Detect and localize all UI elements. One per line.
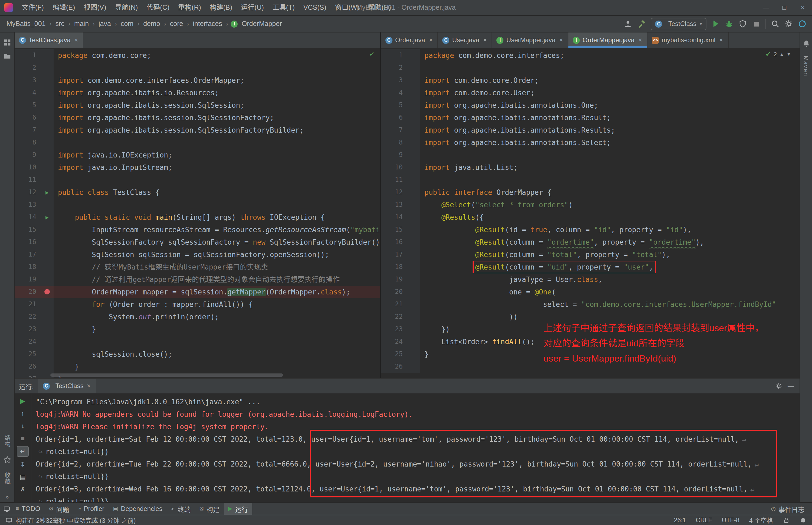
inspections-widget[interactable]: ✔ 2 ▲ ▼ bbox=[763, 50, 793, 58]
breakpoint-icon[interactable] bbox=[44, 289, 50, 295]
toolwindow-button-profiler[interactable]: Profiler bbox=[73, 503, 108, 515]
menu-item[interactable]: VCS(S) bbox=[299, 0, 331, 15]
close-tab-icon[interactable]: × bbox=[719, 36, 723, 44]
toolwindow-button-event-log[interactable]: 事件日志 bbox=[767, 503, 809, 515]
console-output[interactable]: "C:\Program Files\Java\jdk1.8.0_162\bin\… bbox=[31, 393, 799, 502]
run-button[interactable] bbox=[711, 19, 720, 28]
structure-toolwindow-button[interactable]: 结构 bbox=[3, 435, 11, 448]
breadcrumb-item[interactable]: core bbox=[169, 20, 184, 28]
stop-button[interactable] bbox=[752, 19, 761, 28]
breadcrumb-item[interactable]: demo bbox=[142, 20, 161, 28]
breadcrumb-item[interactable]: java bbox=[97, 20, 112, 28]
lock-icon[interactable] bbox=[783, 516, 790, 524]
line-number: 24 bbox=[381, 335, 407, 348]
help-circle-icon[interactable] bbox=[798, 19, 807, 28]
class-file-icon: C bbox=[386, 36, 392, 44]
folder-icon[interactable] bbox=[3, 52, 11, 60]
tab-ordermapper-java[interactable]: IOrderMapper.java× bbox=[568, 32, 647, 48]
menu-item[interactable]: 构建(B) bbox=[206, 0, 237, 15]
settings-gear-icon[interactable] bbox=[784, 19, 793, 28]
menu-item[interactable]: 工具(T) bbox=[268, 0, 299, 15]
class-file-icon: C bbox=[43, 382, 50, 389]
line-number: 12 bbox=[381, 186, 407, 199]
project-toolwindow-icon[interactable] bbox=[3, 39, 11, 47]
stop-icon[interactable]: ■ bbox=[17, 434, 28, 443]
build-hammer-icon[interactable] bbox=[637, 19, 646, 28]
breadcrumb-item[interactable]: main bbox=[73, 20, 90, 28]
maximize-button[interactable]: □ bbox=[775, 0, 794, 15]
close-tab-icon[interactable]: × bbox=[559, 36, 563, 44]
breadcrumb-item[interactable]: com bbox=[120, 20, 135, 28]
bell-icon[interactable] bbox=[799, 516, 807, 524]
notifications-icon[interactable] bbox=[802, 40, 810, 48]
run-gutter-icon[interactable]: ▶ bbox=[41, 186, 54, 199]
line-separator[interactable]: CRLF bbox=[696, 517, 712, 523]
toolwindow-button-todo[interactable]: TODO bbox=[11, 503, 45, 515]
close-tab-icon[interactable]: × bbox=[86, 382, 91, 390]
menu-item[interactable]: 运行(U) bbox=[237, 0, 268, 15]
code-line: 3import com.demo.core.interfaces.OrderMa… bbox=[15, 74, 380, 87]
user-icon[interactable] bbox=[624, 19, 633, 28]
caret-position[interactable]: 26:1 bbox=[674, 517, 686, 523]
minimize-button[interactable]: — bbox=[757, 0, 775, 15]
toolwindow-button-terminal[interactable]: 终端 bbox=[167, 503, 195, 515]
tab-usermapper-java[interactable]: IUserMapper.java× bbox=[492, 32, 568, 48]
gutter bbox=[41, 136, 54, 149]
file-encoding[interactable]: UTF-8 bbox=[722, 517, 739, 523]
clear-icon[interactable]: ✗ bbox=[17, 484, 28, 494]
horizontal-scrollbar[interactable] bbox=[50, 373, 283, 377]
toolwindow-button-dependencies[interactable]: Dependencies bbox=[109, 503, 167, 515]
coverage-button[interactable] bbox=[738, 19, 747, 28]
stripe-collapse-icon[interactable]: » bbox=[5, 494, 9, 500]
toolwindow-button-build[interactable]: 构建 bbox=[195, 503, 224, 515]
run-gutter-icon[interactable]: ▶ bbox=[41, 211, 54, 224]
tab-user-java[interactable]: CUser.java× bbox=[438, 32, 492, 48]
maven-toolwindow-button[interactable]: Maven bbox=[803, 56, 809, 76]
breadcrumb-item[interactable]: src bbox=[55, 20, 65, 28]
toolwindow-button-run[interactable]: 运行 bbox=[224, 503, 252, 515]
toolwindow-button-label: Profiler bbox=[84, 505, 104, 512]
close-button[interactable]: × bbox=[794, 0, 812, 15]
favorites-toolwindow-button[interactable]: 收藏 bbox=[3, 472, 11, 485]
toolwindow-button-problems[interactable]: 问题 bbox=[45, 503, 74, 515]
right-editor-code[interactable]: 1package com.demo.core.interfaces;23impo… bbox=[381, 48, 799, 378]
menu-item[interactable]: 文件(F) bbox=[17, 0, 48, 15]
menu-item[interactable]: 代码(C) bbox=[142, 0, 174, 15]
console-settings-gear-icon[interactable] bbox=[775, 382, 782, 389]
arrow-down-icon[interactable]: ↓ bbox=[17, 421, 28, 431]
menu-item[interactable]: 重构(R) bbox=[174, 0, 206, 15]
soft-wrap-icon[interactable]: ↵ bbox=[17, 446, 29, 457]
menu-item[interactable]: 视图(V) bbox=[79, 0, 110, 15]
hide-toolwindow-icon[interactable]: — bbox=[788, 382, 794, 390]
tab-mybatis-config-xml[interactable]: <>mybatis-config.xml× bbox=[647, 32, 728, 48]
rerun-icon[interactable]: ▶ bbox=[17, 396, 28, 406]
breadcrumb-item[interactable]: OrderMapper bbox=[241, 20, 283, 28]
line-number: 1 bbox=[15, 49, 41, 62]
breadcrumb-item[interactable]: MyBatis_001 bbox=[5, 20, 47, 28]
print-icon[interactable]: ▤ bbox=[17, 472, 28, 482]
close-tab-icon[interactable]: × bbox=[638, 36, 643, 44]
tab-testclass-java[interactable]: CTestClass.java× bbox=[15, 32, 84, 48]
close-tab-icon[interactable]: × bbox=[74, 36, 79, 44]
debug-button[interactable] bbox=[725, 19, 734, 28]
arrow-up-icon[interactable]: ↑ bbox=[17, 409, 28, 418]
inspections-ok-icon[interactable]: ✓ bbox=[369, 50, 375, 58]
breadcrumb-separator-icon: › bbox=[90, 20, 97, 28]
close-tab-icon[interactable]: × bbox=[428, 36, 433, 44]
toolwindow-switcher-icon[interactable] bbox=[3, 505, 10, 512]
run-tab-testclass[interactable]: C TestClass × bbox=[38, 379, 96, 393]
left-editor-code[interactable]: 1package com.demo.core;23import com.demo… bbox=[15, 48, 380, 378]
indent-setting[interactable]: 4 个空格 bbox=[749, 516, 773, 524]
tab-order-java[interactable]: COrder.java× bbox=[381, 32, 438, 48]
search-icon[interactable] bbox=[771, 19, 780, 28]
menu-item[interactable]: 编辑(E) bbox=[48, 0, 79, 15]
interface-file-icon: I bbox=[231, 20, 238, 27]
chevron-down-icon[interactable]: ▼ bbox=[786, 52, 791, 57]
favorites-star-icon[interactable] bbox=[3, 456, 11, 464]
menu-item[interactable]: 导航(N) bbox=[111, 0, 142, 15]
scroll-to-end-icon[interactable]: ↧ bbox=[17, 460, 28, 469]
close-tab-icon[interactable]: × bbox=[483, 36, 487, 44]
run-configuration-select[interactable]: C TestClass ▾ bbox=[651, 18, 706, 30]
breadcrumb-item[interactable]: interfaces bbox=[192, 20, 223, 28]
chevron-up-icon[interactable]: ▲ bbox=[780, 52, 784, 57]
